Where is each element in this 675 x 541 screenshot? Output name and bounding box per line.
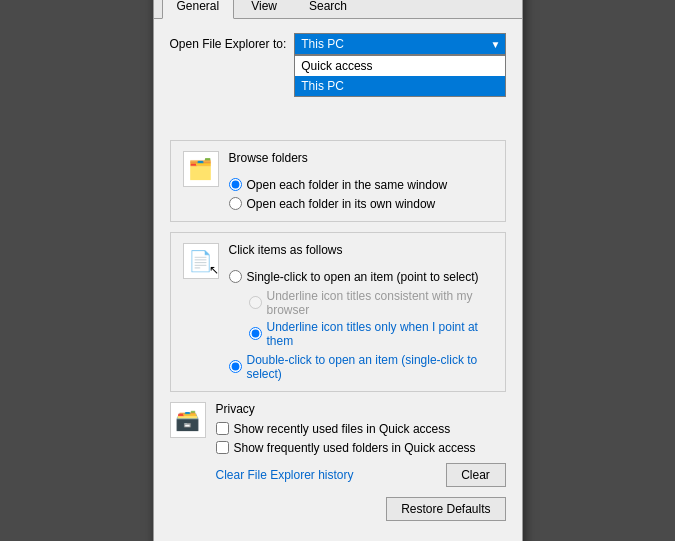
clear-history-label: Clear File Explorer history	[216, 468, 354, 482]
underline-point-option[interactable]: Underline icon titles only when I point …	[249, 320, 493, 348]
click-items-section: 📄 ↖ Click items as follows Single-click …	[170, 232, 506, 392]
browse-option2-radio[interactable]	[229, 197, 242, 210]
tab-content-general: Open File Explorer to: This PC ▼ Quick a…	[154, 19, 522, 542]
open-file-explorer-dropdown[interactable]: This PC ▼	[294, 33, 505, 55]
clear-button[interactable]: Clear	[446, 463, 506, 487]
open-file-explorer-dropdown-wrapper: This PC ▼ Quick access This PC	[294, 33, 505, 55]
cursor-icon: ↖	[209, 263, 219, 277]
underline-browser-option[interactable]: Underline icon titles consistent with my…	[249, 289, 493, 317]
underline-point-radio[interactable]	[249, 327, 262, 340]
browse-folders-icon: 🗂️	[183, 151, 219, 187]
dropdown-option-this-pc[interactable]: This PC	[295, 76, 504, 96]
privacy-check1-input[interactable]	[216, 422, 229, 435]
privacy-check1[interactable]: Show recently used files in Quick access	[216, 422, 506, 436]
browse-folders-options: Browse folders Open each folder in the s…	[229, 151, 448, 211]
privacy-checkboxes: Show recently used files in Quick access…	[216, 422, 506, 455]
privacy-check2-input[interactable]	[216, 441, 229, 454]
browse-folders-option1[interactable]: Open each folder in the same window	[229, 178, 448, 192]
browse-option1-radio[interactable]	[229, 178, 242, 191]
open-file-explorer-row: Open File Explorer to: This PC ▼ Quick a…	[170, 33, 506, 55]
privacy-files-icon: 🗃️	[175, 408, 200, 432]
restore-defaults-row: Restore Defaults	[170, 497, 506, 521]
underline-browser-radio[interactable]	[249, 296, 262, 309]
privacy-section: 🗃️ Privacy Show recently used files in Q…	[170, 402, 506, 487]
privacy-icon: 🗃️	[170, 402, 206, 438]
dropdown-options-list: Quick access This PC	[294, 55, 505, 97]
click-items-options: Click items as follows Single-click to o…	[229, 243, 493, 381]
browse-folders-inner: 🗂️ Browse folders Open each folder in th…	[183, 151, 493, 211]
browse-folders-option2[interactable]: Open each folder in its own window	[229, 197, 448, 211]
click-items-icon: 📄 ↖	[183, 243, 219, 279]
click-single-radio[interactable]	[229, 270, 242, 283]
dropdown-arrow-icon: ▼	[491, 38, 501, 49]
single-click-sub-options: Underline icon titles consistent with my…	[249, 289, 493, 348]
tab-general[interactable]: General	[162, 0, 235, 19]
browse-folders-section: 🗂️ Browse folders Open each folder in th…	[170, 140, 506, 222]
click-single-option[interactable]: Single-click to open an item (point to s…	[229, 270, 493, 284]
clear-history-row: Clear File Explorer history Clear	[216, 463, 506, 487]
tab-search[interactable]: Search	[294, 0, 362, 19]
click-double-radio[interactable]	[229, 360, 242, 373]
privacy-inner: 🗃️ Privacy Show recently used files in Q…	[170, 402, 506, 487]
tab-view[interactable]: View	[236, 0, 292, 19]
tab-bar: General View Search	[154, 0, 522, 19]
restore-defaults-button[interactable]: Restore Defaults	[386, 497, 505, 521]
folder-options-dialog: Folder Options ✕ General View Search Ope…	[153, 0, 523, 541]
privacy-check2[interactable]: Show frequently used folders in Quick ac…	[216, 441, 506, 455]
browse-folders-title: Browse folders	[229, 151, 448, 165]
privacy-content: Privacy Show recently used files in Quic…	[216, 402, 506, 487]
open-file-explorer-label: Open File Explorer to:	[170, 37, 287, 51]
folder-icon: 🗂️	[188, 157, 213, 181]
click-items-title: Click items as follows	[229, 243, 493, 257]
privacy-title: Privacy	[216, 402, 506, 416]
click-double-option[interactable]: Double-click to open an item (single-cli…	[229, 353, 493, 381]
click-items-inner: 📄 ↖ Click items as follows Single-click …	[183, 243, 493, 381]
dropdown-option-quick-access[interactable]: Quick access	[295, 56, 504, 76]
click-icon: 📄 ↖	[188, 249, 213, 273]
